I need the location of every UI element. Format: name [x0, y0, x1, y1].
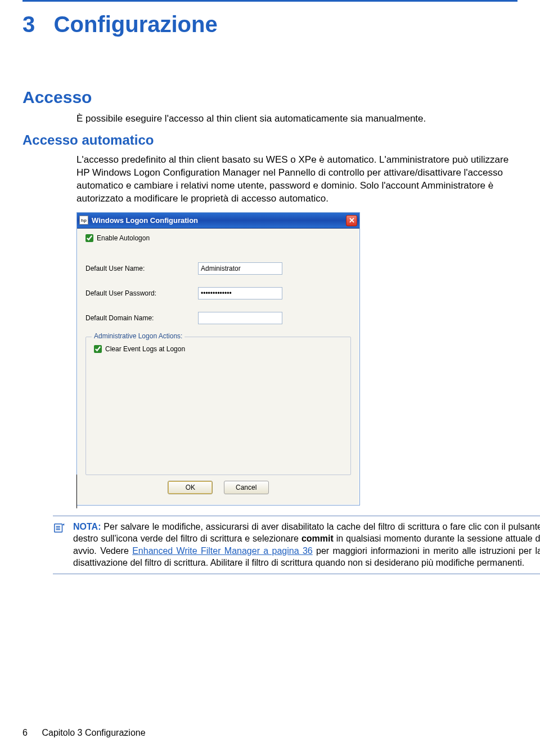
footer-chapter-label: Capitolo 3 Configurazione — [42, 728, 145, 737]
note-commit-bold: commit — [302, 534, 334, 543]
enable-autologon-row: Enable Autologon — [86, 234, 351, 242]
default-password-label: Default User Password: — [86, 289, 198, 297]
section-intro-text: È possibile eseguire l'accesso al thin c… — [76, 113, 518, 126]
chapter-number: 3 — [22, 12, 35, 37]
default-domain-row: Default Domain Name: — [86, 312, 351, 324]
default-username-row: Default User Name: — [86, 262, 351, 275]
default-password-input[interactable] — [198, 287, 282, 299]
note-label: NOTA: — [73, 522, 101, 531]
hp-icon: hp — [79, 216, 88, 225]
ok-button[interactable]: OK — [168, 481, 213, 494]
clear-event-logs-row: Clear Event Logs at Logon — [94, 345, 343, 353]
default-username-input[interactable] — [198, 262, 282, 275]
admin-logon-actions-legend: Administrative Logon Actions: — [92, 332, 184, 340]
top-rule — [22, 0, 518, 2]
note-text: NOTA: Per salvare le modifiche, assicura… — [73, 521, 540, 569]
admin-logon-actions-group: Administrative Logon Actions: Clear Even… — [86, 337, 351, 475]
cancel-button[interactable]: Cancel — [224, 481, 269, 494]
dialog-body: Enable Autologon Default User Name: Defa… — [77, 229, 359, 505]
page-footer: 6 Capitolo 3 Configurazione — [22, 728, 146, 738]
default-password-row: Default User Password: — [86, 287, 351, 299]
clear-event-logs-label: Clear Event Logs at Logon — [105, 345, 185, 353]
default-username-label: Default User Name: — [86, 265, 198, 272]
enable-autologon-checkbox[interactable] — [86, 234, 93, 242]
ewf-manager-link[interactable]: Enhanced Write Filter Manager a pagina 3… — [132, 546, 313, 556]
subsection-heading-accesso-automatico: Accesso automatico — [22, 132, 518, 148]
default-domain-input[interactable] — [198, 312, 282, 324]
dialog-title-text: Windows Logon Configuration — [92, 216, 198, 225]
chapter-title: 3 Configurazione — [22, 12, 518, 37]
close-icon[interactable]: ✕ — [346, 215, 357, 226]
subsection-paragraph: L'accesso predefinito al thin client bas… — [76, 154, 518, 205]
note-block: NOTA: Per salvare le modifiche, assicura… — [53, 516, 540, 574]
page-number: 6 — [22, 728, 39, 738]
enable-autologon-label: Enable Autologon — [97, 234, 150, 242]
clear-event-logs-checkbox[interactable] — [94, 345, 102, 353]
dialog-titlebar: hp Windows Logon Configuration ✕ — [77, 213, 359, 229]
note-bottom-rule — [53, 574, 540, 574]
dialog-left-tick — [76, 475, 77, 508]
chapter-name: Configurazione — [54, 12, 218, 37]
section-heading-accesso: Accesso — [22, 88, 518, 107]
dialog-button-row: OK Cancel — [86, 475, 351, 501]
default-domain-label: Default Domain Name: — [86, 314, 198, 322]
note-icon — [53, 522, 66, 536]
logon-config-dialog: hp Windows Logon Configuration ✕ Enable … — [76, 212, 360, 506]
